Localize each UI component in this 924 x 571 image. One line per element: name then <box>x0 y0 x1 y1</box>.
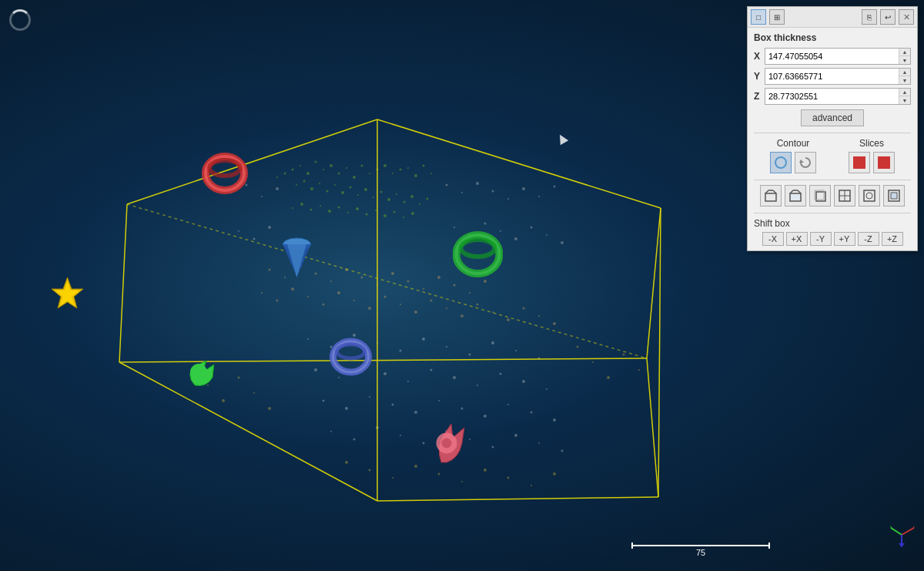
y-input[interactable] <box>765 69 899 84</box>
x-spin-down[interactable]: ▼ <box>899 56 910 64</box>
green-arrow-obj <box>183 353 226 395</box>
panel-body: Box thickness X ▲ ▼ Y ▲ ▼ <box>748 28 917 250</box>
x-input-wrap: ▲ ▼ <box>765 48 911 65</box>
svg-line-181 <box>377 119 661 208</box>
shift-pos-z-btn[interactable]: +Z <box>882 232 903 246</box>
x-label: X <box>754 51 765 62</box>
z-spinners: ▲ ▼ <box>899 89 910 104</box>
slices-red-btn-2[interactable] <box>873 152 895 173</box>
svg-marker-208 <box>899 543 905 547</box>
box-icon-btn-5[interactable] <box>859 185 880 207</box>
z-spin-down[interactable]: ▼ <box>899 96 910 104</box>
box-face-icon-6 <box>887 189 901 203</box>
refresh-icon <box>799 156 812 169</box>
contour-circle-btn[interactable] <box>770 152 792 173</box>
svg-point-197 <box>461 240 495 257</box>
axis-indicator <box>887 520 916 549</box>
z-label: Z <box>754 91 765 102</box>
z-field-row: Z ▲ ▼ <box>754 88 911 105</box>
svg-line-178 <box>647 358 658 497</box>
panel-btn-square[interactable]: □ <box>751 9 766 25</box>
box-face-icon-5 <box>862 189 876 203</box>
box-face-icon-4 <box>838 189 852 203</box>
box-face-icon-3 <box>813 189 827 203</box>
y-label: Y <box>754 71 765 82</box>
svg-point-224 <box>866 193 872 199</box>
slices-section: Slices <box>832 138 911 173</box>
right-panel: □ ⊞ ⎘ ↩ ✕ Box thickness X ▲ ▼ Y <box>747 6 918 251</box>
box-thickness-title: Box thickness <box>754 32 911 43</box>
svg-rect-223 <box>864 190 875 201</box>
box-face-icon-2 <box>788 189 802 203</box>
shift-neg-x-btn[interactable]: -X <box>762 232 784 246</box>
svg-point-191 <box>209 160 240 176</box>
contour-icon-row <box>770 152 816 173</box>
svg-line-182 <box>647 208 661 358</box>
loading-indicator <box>9 9 31 31</box>
yellow-star-obj <box>46 274 89 316</box>
shift-box-section: Shift box -X +X -Y +Y -Z +Z <box>754 213 911 246</box>
panel-btn-grid[interactable]: ⊞ <box>769 9 785 25</box>
svg-rect-226 <box>891 193 897 199</box>
shift-box-title: Shift box <box>754 218 911 229</box>
x-spinners: ▲ ▼ <box>899 49 910 64</box>
pink-arrow-obj <box>430 416 476 466</box>
box-icons-row <box>754 180 911 207</box>
shift-neg-y-btn[interactable]: -Y <box>810 232 832 246</box>
svg-line-177 <box>377 497 658 501</box>
red-square-icon-1 <box>853 156 865 169</box>
svg-line-176 <box>119 362 377 501</box>
box-icon-btn-2[interactable] <box>785 185 806 207</box>
svg-point-201 <box>337 344 365 358</box>
y-spinners: ▲ ▼ <box>899 69 910 84</box>
svg-rect-210 <box>765 193 776 201</box>
contour-title: Contour <box>777 138 810 149</box>
z-spin-up[interactable]: ▲ <box>899 89 910 96</box>
svg-line-185 <box>658 208 661 497</box>
blue-torus-obj <box>330 338 372 376</box>
red-torus-obj <box>202 153 248 195</box>
svg-rect-214 <box>790 193 801 201</box>
box-icon-btn-6[interactable] <box>883 185 905 207</box>
slices-icon-row <box>849 152 895 173</box>
panel-titlebar: □ ⊞ ⎘ ↩ ✕ <box>748 7 917 28</box>
svg-line-183 <box>119 204 127 362</box>
contour-refresh-btn[interactable] <box>795 152 816 173</box>
y-spin-up[interactable]: ▲ <box>899 69 910 76</box>
panel-btn-copy[interactable]: ⎘ <box>862 9 877 25</box>
box-icon-btn-1[interactable] <box>760 185 782 207</box>
svg-line-186 <box>127 204 647 358</box>
panel-btn-reset[interactable]: ↩ <box>880 9 896 25</box>
slices-red-btn-1[interactable] <box>849 152 870 173</box>
advanced-button[interactable]: advanced <box>801 109 864 126</box>
red-square-icon-2 <box>878 156 890 169</box>
svg-marker-209 <box>799 160 804 163</box>
z-input-wrap: ▲ ▼ <box>765 88 911 105</box>
x-field-row: X ▲ ▼ <box>754 48 911 65</box>
contour-slices-section: Contour Slices <box>754 133 911 173</box>
box-icon-btn-3[interactable] <box>809 185 831 207</box>
green-torus-obj <box>453 231 503 277</box>
y-spin-down[interactable]: ▼ <box>899 76 910 84</box>
box-face-icon-1 <box>764 189 778 203</box>
circle-outline-icon <box>775 156 787 169</box>
blue-cone-obj <box>280 235 314 277</box>
contour-section: Contour <box>754 138 832 173</box>
y-input-wrap: ▲ ▼ <box>765 68 911 85</box>
x-spin-up[interactable]: ▲ <box>899 49 910 56</box>
y-field-row: Y ▲ ▼ <box>754 68 911 85</box>
shift-buttons-row: -X +X -Y +Y -Z +Z <box>754 232 911 246</box>
shift-pos-x-btn[interactable]: +X <box>786 232 808 246</box>
slices-title: Slices <box>859 138 884 149</box>
x-input[interactable] <box>765 49 899 64</box>
scale-bar: 75 <box>631 545 770 557</box>
box-icon-btn-4[interactable] <box>834 185 855 207</box>
svg-line-180 <box>127 119 377 204</box>
z-input[interactable] <box>765 89 899 104</box>
shift-neg-z-btn[interactable]: -Z <box>858 232 879 246</box>
shift-pos-y-btn[interactable]: +Y <box>834 232 855 246</box>
panel-close-button[interactable]: ✕ <box>899 9 914 25</box>
